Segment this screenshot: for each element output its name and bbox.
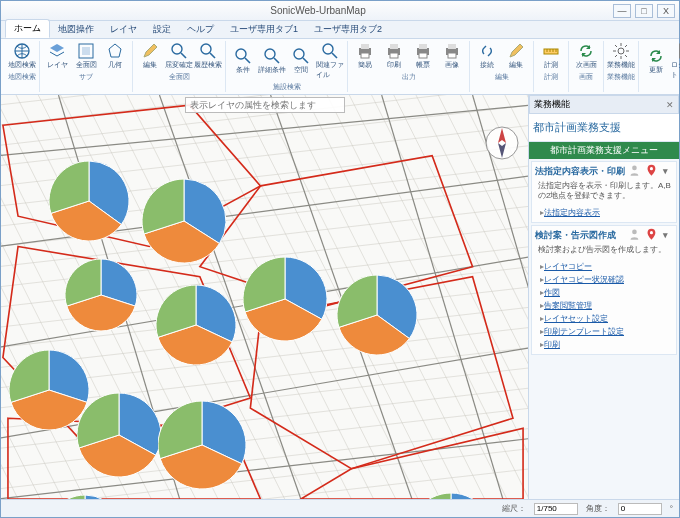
toolbar-label: 履歴検索 [194,60,222,70]
edit2-button[interactable]: 編集 [502,41,530,71]
toolbar-label: 詳細条件 [258,65,286,75]
svg-rect-10 [361,53,369,58]
panel-heading[interactable]: 検討案・告示図作成▾ [532,226,676,244]
layer-button[interactable]: レイヤ [43,41,71,71]
menu-ユーザ専用タブ2[interactable]: ユーザ専用タブ2 [306,21,390,38]
detail-button[interactable]: 詳細条件 [258,41,286,81]
toolbar-ribbon: 地図検索地図検索レイヤ全面図几何サブ編集屈変確定履歴検索全面図条件詳細条件空間関… [1,39,679,95]
measure-button[interactable]: 計測 [537,41,565,71]
ribbon-group: 更新ログアウト [639,41,680,92]
scale-input[interactable] [534,503,578,515]
toolbar-label: 関連ファイル [316,60,344,80]
toolbar-label: 屈変確定 [165,60,193,70]
chevron-down-icon[interactable]: ▾ [663,230,673,240]
ribbon-group-label: 業務機能 [607,72,635,82]
update-button[interactable]: 更新 [642,41,670,81]
pie-chart [156,285,236,365]
ribbon-group: 簡易印刷帳票画像出力 [348,41,470,92]
minimize-button[interactable]: — [613,4,631,18]
pie-chart [65,259,137,331]
svg-rect-19 [448,53,456,58]
menu-ヘルプ[interactable]: ヘルプ [179,21,222,38]
panel-link[interactable]: レイヤコピー状況確認 [540,273,673,286]
biz-button[interactable]: 業務機能 [607,41,635,71]
panel-link[interactable]: 告案閲覧管理 [540,299,673,312]
svg-rect-9 [361,44,369,49]
related-button[interactable]: 関連ファイル [316,41,344,81]
pie-chart [77,393,161,477]
titlebar: SonicWeb-UrbanMap — □ X [1,1,679,21]
main-area: 業務機能 ✕ 都市計画業務支援 都市計画業務支援メニュー 法指定内容表示・印刷▾… [1,95,679,499]
toolbar-label: 接続 [480,60,494,70]
svg-rect-13 [390,53,398,58]
panel-description: 検討案および告示図を作成します。 [532,244,676,258]
pie-chart [49,161,129,241]
toolbar-label: 条件 [236,65,250,75]
svg-point-114 [632,230,637,235]
image-button[interactable]: 画像 [438,41,466,71]
svg-point-6 [294,49,304,59]
maximize-button[interactable]: □ [635,4,653,18]
attr-search-button[interactable]: 屈変確定 [165,41,193,71]
ribbon-group: 条件詳細条件空間関連ファイル施設検索 [226,41,348,92]
panel-heading[interactable]: 法指定内容表示・印刷▾ [532,162,676,180]
toolbar-label: 画像 [445,60,459,70]
map-search-input[interactable] [185,97,345,113]
panel-link[interactable]: 法指定内容表示 [540,206,673,219]
ribbon-group-label: 施設検索 [273,82,301,92]
edit-button[interactable]: 編集 [136,41,164,71]
cond-button[interactable]: 条件 [229,41,257,81]
chevron-down-icon[interactable]: ▾ [663,166,673,176]
logout-button[interactable]: ログアウト [671,41,680,81]
ribbon-group: 計測計測 [534,41,569,92]
toolbar-label: 几何 [108,60,122,70]
compass-icon [484,125,520,161]
svg-point-112 [632,166,637,171]
sidebar-panel: 法指定内容表示・印刷▾法指定内容を表示・印刷します。A,Bの2地点を登録できます… [531,161,677,223]
print-button[interactable]: 印刷 [380,41,408,71]
map-search-button[interactable]: 地図検索 [8,41,36,71]
link-button[interactable]: 接続 [473,41,501,71]
map-canvas[interactable] [1,95,529,499]
shape-button[interactable]: 几何 [101,41,129,71]
layout-button[interactable]: 帳票 [409,41,437,71]
panel-link[interactable]: 印刷テンプレート設定 [540,325,673,338]
menu-ホーム[interactable]: ホーム [5,19,50,38]
toolbar-label: 次画面 [576,60,597,70]
sidebar-close-icon[interactable]: ✕ [666,100,674,110]
ribbon-group-label: 全面図 [169,72,190,82]
angle-input[interactable] [618,503,662,515]
toolbar-label: 地図検索 [8,60,36,70]
panel-link[interactable]: レイヤコピー [540,260,673,273]
menubar: ホーム地図操作レイヤ設定ヘルプユーザ専用タブ1ユーザ専用タブ2 [1,21,679,39]
close-button[interactable]: X [657,4,675,18]
svg-point-5 [265,49,275,59]
menu-設定[interactable]: 設定 [145,21,179,38]
scale-label: 縮尺： [502,503,526,514]
angle-unit: ° [670,504,673,513]
spatial-button[interactable]: 空間 [287,41,315,81]
pie-chart [409,493,493,499]
simple-button[interactable]: 簡易 [351,41,379,71]
statusbar: 縮尺： 角度： ° [1,499,679,517]
panel-link[interactable]: レイヤセット設定 [540,312,673,325]
menu-ユーザ専用タブ1[interactable]: ユーザ専用タブ1 [222,21,306,38]
cond-search-button[interactable]: 履歴検索 [194,41,222,71]
full-view-button[interactable]: 全面図 [72,41,100,71]
app-window: SonicWeb-UrbanMap — □ X ホーム地図操作レイヤ設定ヘルプユ… [0,0,680,518]
toolbar-label: 編集 [509,60,523,70]
toolbar-label: 印刷 [387,60,401,70]
toolbar-label: 計測 [544,60,558,70]
panel-link[interactable]: 作図 [540,286,673,299]
sidebar-panel: 検討案・告示図作成▾検討案および告示図を作成します。レイヤコピーレイヤコピー状況… [531,225,677,355]
screen-button[interactable]: 次画面 [572,41,600,71]
svg-point-2 [172,44,182,54]
panel-link[interactable]: 印刷 [540,338,673,351]
menu-レイヤ[interactable]: レイヤ [102,21,145,38]
svg-point-7 [323,44,333,54]
menu-地図操作[interactable]: 地図操作 [50,21,102,38]
ribbon-group-label: 画面 [579,72,593,82]
svg-line-35 [1,95,40,499]
ribbon-group: 地図検索地図検索 [5,41,40,92]
sidebar-menu-title: 都市計画業務支援メニュー [529,142,679,159]
